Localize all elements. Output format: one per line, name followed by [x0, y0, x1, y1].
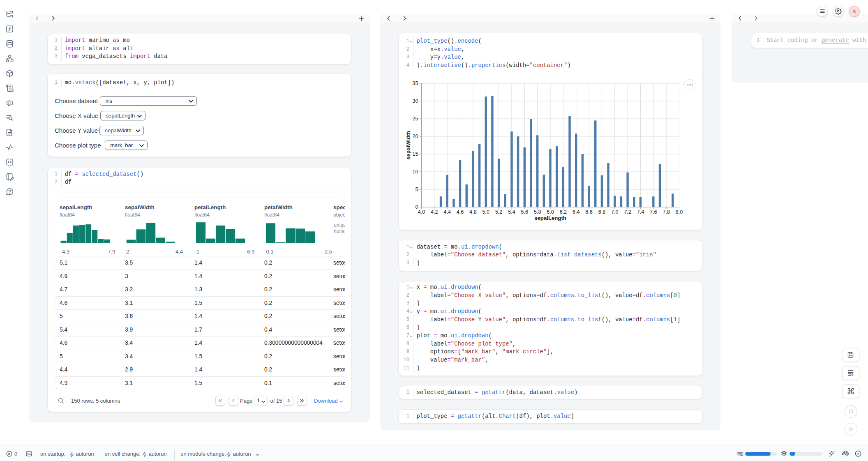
svg-text:4.4: 4.4 — [175, 249, 183, 255]
svg-text:5.6: 5.6 — [521, 209, 528, 215]
svg-text:4.2: 4.2 — [431, 209, 438, 215]
svg-text:35: 35 — [413, 81, 418, 86]
svg-text:5: 5 — [416, 187, 418, 192]
svg-text:30: 30 — [413, 98, 418, 104]
svg-text:1: 1 — [196, 249, 199, 255]
svg-text:7.6: 7.6 — [650, 209, 657, 215]
svg-text:4.4: 4.4 — [444, 209, 451, 215]
svg-text:4.3: 4.3 — [62, 249, 69, 255]
svg-text:sepalWidth: sepalWidth — [405, 131, 411, 159]
svg-text:6.8: 6.8 — [598, 209, 605, 215]
svg-text:7.0: 7.0 — [612, 209, 619, 215]
svg-text:sepalLength: sepalLength — [535, 215, 567, 221]
svg-text:6.2: 6.2 — [560, 209, 567, 215]
svg-text:10: 10 — [413, 169, 418, 175]
svg-text:4.0: 4.0 — [418, 209, 425, 215]
svg-text:6.0: 6.0 — [547, 209, 554, 215]
svg-text:7.8: 7.8 — [663, 209, 670, 215]
svg-text:5.8: 5.8 — [534, 209, 541, 215]
svg-text:5.2: 5.2 — [495, 209, 502, 215]
svg-text:5.0: 5.0 — [482, 209, 489, 215]
svg-text:20: 20 — [413, 134, 418, 139]
svg-text:2: 2 — [126, 249, 129, 255]
svg-text:0.1: 0.1 — [266, 249, 274, 255]
svg-text:5.4: 5.4 — [508, 209, 515, 215]
svg-text:6.6: 6.6 — [586, 209, 593, 215]
svg-text:2.5: 2.5 — [325, 249, 332, 255]
svg-text:15: 15 — [413, 151, 418, 157]
svg-text:7.9: 7.9 — [108, 249, 115, 255]
svg-text:7.2: 7.2 — [624, 209, 631, 215]
svg-text:6.4: 6.4 — [573, 209, 579, 215]
svg-text:6.9: 6.9 — [247, 249, 254, 255]
svg-text:25: 25 — [413, 116, 418, 122]
svg-text:4.6: 4.6 — [457, 209, 464, 215]
svg-text:8.0: 8.0 — [676, 209, 683, 215]
svg-text:7.4: 7.4 — [637, 209, 644, 215]
svg-text:4.8: 4.8 — [470, 209, 477, 215]
